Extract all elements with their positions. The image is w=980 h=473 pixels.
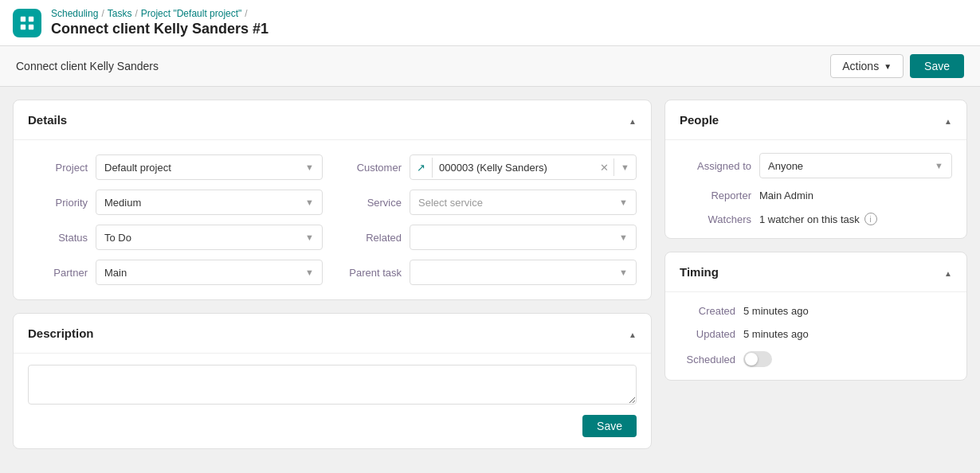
service-chevron-icon: ▼ bbox=[619, 197, 628, 207]
scheduled-toggle[interactable] bbox=[743, 351, 772, 367]
assigned-to-chevron-icon: ▼ bbox=[935, 161, 943, 170]
updated-label: Updated bbox=[680, 328, 735, 340]
status-dropdown[interactable]: To Do ▼ bbox=[96, 225, 323, 250]
main-content: Details Project Default project ▼ bbox=[0, 87, 980, 464]
description-body: Save bbox=[14, 354, 651, 448]
related-field: Related ▼ bbox=[342, 225, 637, 250]
people-body: Assigned to Anyone ▼ Reporter Main Admin… bbox=[665, 140, 966, 238]
description-footer: Save bbox=[28, 415, 637, 437]
page-title: Connect client Kelly Sanders #1 bbox=[51, 21, 269, 37]
svg-rect-0 bbox=[21, 16, 25, 21]
timing-title: Timing bbox=[680, 265, 719, 279]
people-collapse-button[interactable] bbox=[944, 111, 952, 128]
description-save-button[interactable]: Save bbox=[582, 415, 637, 437]
priority-value: Medium bbox=[104, 197, 141, 209]
customer-field: Customer ↗ 000003 (Kelly Sanders) ✕ ▼ bbox=[342, 154, 637, 180]
svg-rect-2 bbox=[21, 24, 25, 29]
details-title: Details bbox=[28, 113, 67, 127]
details-body: Project Default project ▼ Customer ↗ 000… bbox=[14, 140, 651, 299]
reporter-value: Main Admin bbox=[759, 190, 952, 201]
priority-chevron-icon: ▼ bbox=[305, 197, 314, 207]
actions-chevron-icon: ▼ bbox=[884, 62, 892, 71]
description-input[interactable] bbox=[28, 365, 637, 405]
watchers-info-icon[interactable]: i bbox=[864, 213, 877, 225]
timing-header: Timing bbox=[665, 252, 966, 292]
details-collapse-button[interactable] bbox=[629, 111, 637, 128]
parent-task-chevron-icon: ▼ bbox=[619, 268, 628, 277]
assigned-to-value: Anyone bbox=[768, 160, 803, 172]
scheduled-toggle-knob bbox=[745, 353, 758, 366]
watchers-row: Watchers 1 watcher on this task i bbox=[680, 213, 952, 225]
toolbar-title: Connect client Kelly Sanders bbox=[16, 60, 159, 72]
toolbar-actions: Actions ▼ Save bbox=[830, 54, 964, 78]
reporter-label: Reporter bbox=[680, 190, 751, 201]
people-header: People bbox=[665, 100, 966, 140]
related-chevron-icon: ▼ bbox=[619, 233, 628, 242]
assigned-to-row: Assigned to Anyone ▼ bbox=[680, 153, 952, 178]
scheduled-row: Scheduled bbox=[680, 351, 952, 367]
status-value: To Do bbox=[104, 232, 131, 244]
timing-body: Created 5 minutes ago Updated 5 minutes … bbox=[665, 292, 966, 380]
priority-dropdown[interactable]: Medium ▼ bbox=[96, 190, 323, 215]
details-collapse-icon bbox=[629, 111, 637, 127]
created-label: Created bbox=[680, 305, 735, 317]
priority-label: Priority bbox=[28, 197, 88, 209]
breadcrumb-tasks[interactable]: Tasks bbox=[108, 8, 132, 19]
updated-value: 5 minutes ago bbox=[743, 328, 809, 340]
breadcrumb-project[interactable]: Project "Default project" bbox=[141, 8, 242, 19]
related-label: Related bbox=[342, 232, 402, 244]
description-collapse-button[interactable] bbox=[629, 325, 637, 342]
parent-task-label: Parent task bbox=[342, 267, 402, 279]
description-title: Description bbox=[28, 326, 94, 340]
customer-clear-button[interactable]: ✕ bbox=[595, 158, 613, 178]
created-row: Created 5 minutes ago bbox=[680, 305, 952, 317]
partner-label: Partner bbox=[28, 267, 88, 279]
details-header: Details bbox=[14, 100, 651, 140]
people-card: People Assigned to Anyone ▼ Reporter Mai… bbox=[664, 100, 967, 239]
created-value: 5 minutes ago bbox=[743, 305, 809, 317]
breadcrumb: Scheduling / Tasks / Project "Default pr… bbox=[51, 8, 269, 19]
save-button-toolbar[interactable]: Save bbox=[910, 54, 964, 78]
actions-button[interactable]: Actions ▼ bbox=[830, 54, 904, 78]
customer-value: 000003 (Kelly Sanders) bbox=[433, 158, 595, 178]
service-placeholder: Select service bbox=[418, 197, 483, 209]
right-panel: People Assigned to Anyone ▼ Reporter Mai… bbox=[664, 100, 967, 452]
service-dropdown[interactable]: Select service ▼ bbox=[410, 190, 637, 215]
timing-card: Timing Created 5 minutes ago Updated 5 m… bbox=[664, 252, 967, 381]
timing-collapse-icon bbox=[944, 264, 952, 280]
partner-dropdown[interactable]: Main ▼ bbox=[96, 260, 323, 285]
assigned-to-dropdown[interactable]: Anyone ▼ bbox=[759, 153, 952, 178]
details-card: Details Project Default project ▼ bbox=[13, 100, 652, 300]
partner-value: Main bbox=[104, 267, 127, 279]
watchers-label: Watchers bbox=[680, 213, 751, 225]
watchers-value: 1 watcher on this task i bbox=[759, 213, 952, 225]
reporter-row: Reporter Main Admin bbox=[680, 190, 952, 201]
description-header: Description bbox=[14, 314, 651, 354]
toolbar: Connect client Kelly Sanders Actions ▼ S… bbox=[0, 46, 980, 87]
service-field: Service Select service ▼ bbox=[342, 190, 637, 215]
scheduled-label: Scheduled bbox=[680, 354, 735, 366]
project-dropdown[interactable]: Default project ▼ bbox=[96, 154, 323, 180]
customer-label: Customer bbox=[342, 162, 402, 174]
assigned-to-label: Assigned to bbox=[680, 160, 751, 172]
partner-chevron-icon: ▼ bbox=[305, 268, 314, 277]
customer-dropdown-icon[interactable]: ▼ bbox=[613, 158, 636, 176]
service-label: Service bbox=[342, 197, 402, 209]
app-icon bbox=[13, 9, 41, 37]
description-collapse-icon bbox=[629, 325, 637, 341]
parent-task-dropdown[interactable]: ▼ bbox=[410, 260, 637, 285]
svg-rect-1 bbox=[29, 16, 33, 21]
left-panel: Details Project Default project ▼ bbox=[13, 100, 652, 452]
project-chevron-icon: ▼ bbox=[305, 162, 314, 172]
timing-collapse-button[interactable] bbox=[944, 264, 952, 280]
people-collapse-icon bbox=[944, 111, 952, 127]
status-chevron-icon: ▼ bbox=[305, 233, 314, 242]
customer-external-link-icon[interactable]: ↗ bbox=[410, 158, 433, 178]
related-dropdown[interactable]: ▼ bbox=[410, 225, 637, 250]
customer-control: ↗ 000003 (Kelly Sanders) ✕ ▼ bbox=[410, 154, 637, 180]
svg-rect-3 bbox=[29, 24, 33, 29]
breadcrumb-scheduling[interactable]: Scheduling bbox=[51, 8, 98, 19]
project-field: Project Default project ▼ bbox=[28, 154, 323, 180]
status-field: Status To Do ▼ bbox=[28, 225, 323, 250]
updated-row: Updated 5 minutes ago bbox=[680, 328, 952, 340]
